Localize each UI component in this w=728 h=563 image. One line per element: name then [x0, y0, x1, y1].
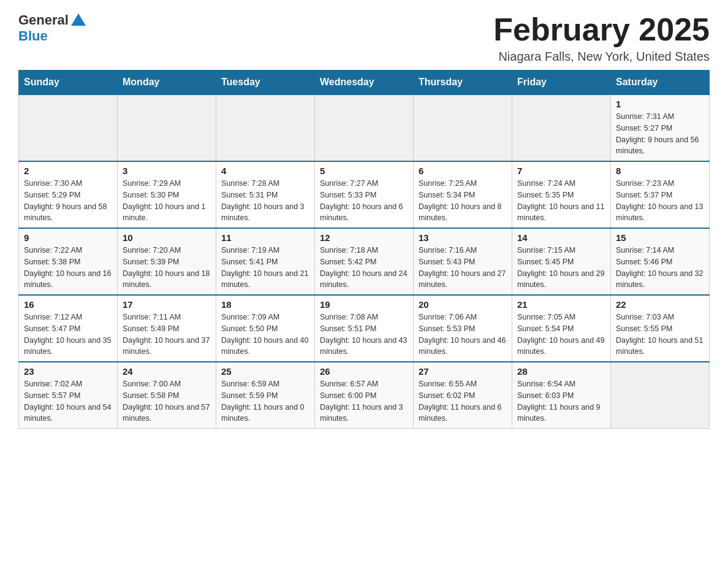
calendar-week-row: 16Sunrise: 7:12 AMSunset: 5:47 PMDayligh… — [19, 295, 710, 362]
day-sun-info: Sunrise: 7:11 AMSunset: 5:49 PMDaylight:… — [123, 312, 211, 358]
day-number: 15 — [616, 232, 704, 243]
calendar-header-wednesday: Wednesday — [315, 71, 414, 95]
day-sun-info: Sunrise: 7:12 AMSunset: 5:47 PMDaylight:… — [24, 312, 112, 358]
calendar-cell: 10Sunrise: 7:20 AMSunset: 5:39 PMDayligh… — [118, 228, 216, 295]
day-sun-info: Sunrise: 6:54 AMSunset: 6:03 PMDaylight:… — [517, 378, 605, 424]
day-sun-info: Sunrise: 6:59 AMSunset: 5:59 PMDaylight:… — [221, 378, 309, 424]
calendar-cell — [512, 94, 611, 161]
calendar-cell: 12Sunrise: 7:18 AMSunset: 5:42 PMDayligh… — [315, 228, 414, 295]
calendar-cell: 9Sunrise: 7:22 AMSunset: 5:38 PMDaylight… — [19, 228, 118, 295]
day-sun-info: Sunrise: 7:25 AMSunset: 5:34 PMDaylight:… — [419, 178, 507, 224]
day-sun-info: Sunrise: 6:55 AMSunset: 6:02 PMDaylight:… — [419, 378, 507, 424]
day-number: 13 — [419, 232, 507, 243]
day-number: 7 — [517, 166, 605, 176]
day-number: 3 — [123, 166, 211, 176]
day-sun-info: Sunrise: 6:57 AMSunset: 6:00 PMDaylight:… — [320, 378, 408, 424]
month-title: February 2025 — [493, 12, 710, 47]
calendar-week-row: 1Sunrise: 7:31 AMSunset: 5:27 PMDaylight… — [19, 94, 710, 161]
calendar-header-saturday: Saturday — [611, 71, 710, 95]
day-number: 27 — [419, 366, 507, 377]
day-sun-info: Sunrise: 7:18 AMSunset: 5:42 PMDaylight:… — [320, 245, 408, 291]
day-number: 11 — [221, 232, 309, 243]
calendar-header-friday: Friday — [512, 71, 611, 95]
calendar-cell: 20Sunrise: 7:06 AMSunset: 5:53 PMDayligh… — [414, 295, 512, 362]
calendar-cell: 5Sunrise: 7:27 AMSunset: 5:33 PMDaylight… — [315, 161, 414, 228]
day-sun-info: Sunrise: 7:15 AMSunset: 5:45 PMDaylight:… — [517, 245, 605, 291]
calendar-header-tuesday: Tuesday — [216, 71, 315, 95]
calendar-cell: 21Sunrise: 7:05 AMSunset: 5:54 PMDayligh… — [512, 295, 611, 362]
day-sun-info: Sunrise: 7:06 AMSunset: 5:53 PMDaylight:… — [419, 312, 507, 358]
day-number: 4 — [221, 166, 309, 176]
calendar-header-monday: Monday — [118, 71, 216, 95]
calendar-cell: 26Sunrise: 6:57 AMSunset: 6:00 PMDayligh… — [315, 362, 414, 429]
day-number: 8 — [616, 166, 704, 176]
day-sun-info: Sunrise: 7:19 AMSunset: 5:41 PMDaylight:… — [221, 245, 309, 291]
day-number: 21 — [517, 299, 605, 310]
logo-blue-text: Blue — [18, 28, 48, 44]
day-number: 9 — [24, 232, 112, 243]
day-sun-info: Sunrise: 7:29 AMSunset: 5:30 PMDaylight:… — [123, 178, 211, 224]
title-section: February 2025 Niagara Falls, New York, U… — [493, 12, 710, 64]
day-sun-info: Sunrise: 7:03 AMSunset: 5:55 PMDaylight:… — [616, 312, 704, 358]
day-sun-info: Sunrise: 7:28 AMSunset: 5:31 PMDaylight:… — [221, 178, 309, 224]
day-sun-info: Sunrise: 7:24 AMSunset: 5:35 PMDaylight:… — [517, 178, 605, 224]
location-text: Niagara Falls, New York, United States — [493, 50, 710, 64]
calendar-cell: 16Sunrise: 7:12 AMSunset: 5:47 PMDayligh… — [19, 295, 118, 362]
day-number: 12 — [320, 232, 408, 243]
calendar-cell: 6Sunrise: 7:25 AMSunset: 5:34 PMDaylight… — [414, 161, 512, 228]
day-number: 25 — [221, 366, 309, 377]
calendar-cell: 11Sunrise: 7:19 AMSunset: 5:41 PMDayligh… — [216, 228, 315, 295]
day-number: 23 — [24, 366, 112, 377]
logo: General Blue — [18, 12, 86, 44]
calendar-cell — [118, 94, 216, 161]
day-sun-info: Sunrise: 7:23 AMSunset: 5:37 PMDaylight:… — [616, 178, 704, 224]
logo-general-text: General — [18, 12, 69, 28]
calendar-cell — [611, 362, 710, 429]
day-sun-info: Sunrise: 7:09 AMSunset: 5:50 PMDaylight:… — [221, 312, 309, 358]
calendar-cell: 15Sunrise: 7:14 AMSunset: 5:46 PMDayligh… — [611, 228, 710, 295]
day-sun-info: Sunrise: 7:20 AMSunset: 5:39 PMDaylight:… — [123, 245, 211, 291]
day-number: 10 — [123, 232, 211, 243]
day-number: 16 — [24, 299, 112, 310]
day-sun-info: Sunrise: 7:00 AMSunset: 5:58 PMDaylight:… — [123, 378, 211, 424]
calendar-cell: 4Sunrise: 7:28 AMSunset: 5:31 PMDaylight… — [216, 161, 315, 228]
day-sun-info: Sunrise: 7:22 AMSunset: 5:38 PMDaylight:… — [24, 245, 112, 291]
calendar-cell: 19Sunrise: 7:08 AMSunset: 5:51 PMDayligh… — [315, 295, 414, 362]
day-number: 1 — [616, 99, 704, 109]
day-number: 18 — [221, 299, 309, 310]
day-sun-info: Sunrise: 7:08 AMSunset: 5:51 PMDaylight:… — [320, 312, 408, 358]
calendar-cell: 25Sunrise: 6:59 AMSunset: 5:59 PMDayligh… — [216, 362, 315, 429]
calendar-cell — [216, 94, 315, 161]
day-number: 26 — [320, 366, 408, 377]
calendar-cell: 22Sunrise: 7:03 AMSunset: 5:55 PMDayligh… — [611, 295, 710, 362]
calendar-header-sunday: Sunday — [19, 71, 118, 95]
calendar-cell: 17Sunrise: 7:11 AMSunset: 5:49 PMDayligh… — [118, 295, 216, 362]
day-number: 24 — [123, 366, 211, 377]
day-sun-info: Sunrise: 7:30 AMSunset: 5:29 PMDaylight:… — [24, 178, 112, 224]
calendar-cell: 13Sunrise: 7:16 AMSunset: 5:43 PMDayligh… — [414, 228, 512, 295]
calendar-week-row: 9Sunrise: 7:22 AMSunset: 5:38 PMDaylight… — [19, 228, 710, 295]
calendar-cell: 8Sunrise: 7:23 AMSunset: 5:37 PMDaylight… — [611, 161, 710, 228]
calendar-cell: 24Sunrise: 7:00 AMSunset: 5:58 PMDayligh… — [118, 362, 216, 429]
calendar-header-row: SundayMondayTuesdayWednesdayThursdayFrid… — [19, 71, 710, 95]
day-number: 28 — [517, 366, 605, 377]
day-number: 17 — [123, 299, 211, 310]
calendar-cell: 2Sunrise: 7:30 AMSunset: 5:29 PMDaylight… — [19, 161, 118, 228]
day-sun-info: Sunrise: 7:14 AMSunset: 5:46 PMDaylight:… — [616, 245, 704, 291]
calendar-cell: 27Sunrise: 6:55 AMSunset: 6:02 PMDayligh… — [414, 362, 512, 429]
calendar-week-row: 2Sunrise: 7:30 AMSunset: 5:29 PMDaylight… — [19, 161, 710, 228]
calendar-cell: 3Sunrise: 7:29 AMSunset: 5:30 PMDaylight… — [118, 161, 216, 228]
day-sun-info: Sunrise: 7:02 AMSunset: 5:57 PMDaylight:… — [24, 378, 112, 424]
day-number: 19 — [320, 299, 408, 310]
calendar-cell — [19, 94, 118, 161]
day-number: 22 — [616, 299, 704, 310]
day-number: 20 — [419, 299, 507, 310]
day-sun-info: Sunrise: 7:05 AMSunset: 5:54 PMDaylight:… — [517, 312, 605, 358]
logo-triangle-icon — [71, 13, 86, 26]
day-sun-info: Sunrise: 7:16 AMSunset: 5:43 PMDaylight:… — [419, 245, 507, 291]
day-sun-info: Sunrise: 7:27 AMSunset: 5:33 PMDaylight:… — [320, 178, 408, 224]
calendar-table: SundayMondayTuesdayWednesdayThursdayFrid… — [18, 70, 710, 429]
day-sun-info: Sunrise: 7:31 AMSunset: 5:27 PMDaylight:… — [616, 111, 704, 157]
calendar-cell: 14Sunrise: 7:15 AMSunset: 5:45 PMDayligh… — [512, 228, 611, 295]
day-number: 6 — [419, 166, 507, 176]
